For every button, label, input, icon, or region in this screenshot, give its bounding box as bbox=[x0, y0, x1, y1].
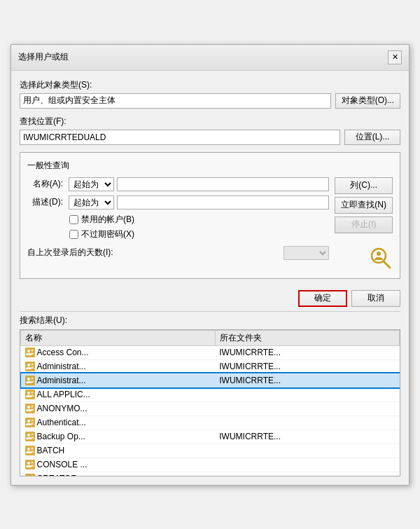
result-name-cell: BATCH bbox=[21, 444, 216, 458]
user-group-icon bbox=[25, 460, 35, 469]
name-condition-select[interactable]: 起始为 bbox=[69, 177, 114, 191]
user-group-icon bbox=[25, 390, 35, 399]
name-query-label: 名称(A): bbox=[27, 178, 66, 190]
location-button[interactable]: 位置(L)... bbox=[344, 130, 400, 145]
table-row[interactable]: CREATOR ... bbox=[21, 472, 400, 476]
result-name-text: Administrat... bbox=[37, 376, 86, 385]
svg-rect-15 bbox=[25, 404, 35, 413]
location-row: 查找位置(F): 位置(L)... bbox=[20, 116, 400, 145]
object-type-button[interactable]: 对象类型(O)... bbox=[335, 93, 400, 109]
svg-point-22 bbox=[27, 434, 30, 437]
svg-rect-12 bbox=[25, 390, 35, 399]
days-select[interactable] bbox=[284, 246, 329, 260]
table-row[interactable]: Authenticat... bbox=[21, 415, 400, 430]
svg-point-5 bbox=[31, 350, 33, 352]
location-input[interactable] bbox=[20, 130, 340, 145]
non-expiring-pwd-label: 不过期密码(X) bbox=[81, 228, 134, 240]
result-name-cell: CONSOLE ... bbox=[21, 458, 216, 472]
results-header-row: 名称 所在文件夹 bbox=[21, 330, 400, 345]
result-name-cell: Authenticat... bbox=[21, 415, 216, 430]
result-folder-cell: IWUMICRRTE... bbox=[215, 359, 399, 373]
general-query-title: 一般性查询 bbox=[27, 160, 393, 172]
columns-button[interactable]: 列(C)... bbox=[335, 177, 393, 194]
result-name-cell: ALL APPLIC... bbox=[21, 387, 216, 401]
svg-rect-3 bbox=[25, 348, 35, 357]
result-folder-cell bbox=[215, 472, 399, 476]
object-type-row: 选择此对象类型(S): 对象类型(O)... bbox=[20, 79, 400, 109]
table-row[interactable]: BATCH bbox=[21, 444, 400, 458]
svg-point-8 bbox=[31, 364, 33, 366]
query-main-area: 名称(A): 起始为 描述(D): 起始为 bbox=[27, 177, 393, 271]
svg-point-29 bbox=[31, 462, 33, 464]
svg-point-7 bbox=[27, 364, 30, 366]
desc-query-label: 描述(D): bbox=[27, 196, 66, 208]
non-expiring-pwd-row: 不过期密码(X) bbox=[69, 228, 329, 240]
result-name-text: Authenticat... bbox=[37, 418, 86, 427]
find-now-button[interactable]: 立即查找(N) bbox=[335, 197, 393, 214]
svg-point-4 bbox=[27, 350, 30, 352]
result-folder-cell bbox=[215, 387, 399, 401]
result-folder-cell bbox=[215, 444, 399, 458]
svg-rect-27 bbox=[25, 460, 35, 469]
table-row[interactable]: ANONYMO... bbox=[21, 401, 400, 415]
days-since-login-row: 自上次登录后的天数(I): bbox=[27, 246, 329, 260]
search-icon-area bbox=[335, 236, 393, 271]
table-row[interactable]: Access Con...IWUMICRRTE... bbox=[21, 345, 400, 359]
cancel-button[interactable]: 取消 bbox=[351, 290, 400, 307]
table-row[interactable]: Administrat...IWUMICRRTE... bbox=[21, 373, 400, 387]
result-name-cell: Administrat... bbox=[21, 373, 216, 387]
svg-point-2 bbox=[377, 252, 381, 256]
svg-rect-21 bbox=[25, 432, 35, 441]
user-group-icon bbox=[25, 376, 35, 385]
user-group-icon bbox=[25, 474, 35, 476]
desc-query-input[interactable] bbox=[117, 195, 329, 209]
result-folder-cell bbox=[215, 415, 399, 430]
result-name-text: Access Con... bbox=[37, 348, 89, 357]
close-button[interactable]: ✕ bbox=[388, 50, 402, 64]
result-folder-cell: IWUMICRRTE... bbox=[215, 430, 399, 444]
table-row[interactable]: CONSOLE ... bbox=[21, 458, 400, 472]
table-row[interactable]: ALL APPLIC... bbox=[21, 387, 400, 401]
ok-button[interactable]: 确定 bbox=[298, 290, 347, 307]
disabled-accounts-label: 禁用的帐户(B) bbox=[81, 214, 134, 226]
result-name-cell: Backup Op... bbox=[21, 430, 216, 444]
result-folder-cell bbox=[215, 458, 399, 472]
title-bar: 选择用户或组 ✕ bbox=[11, 45, 409, 71]
svg-point-20 bbox=[31, 420, 33, 422]
user-group-icon bbox=[25, 446, 35, 455]
result-folder-cell: IWUMICRRTE... bbox=[215, 345, 399, 359]
results-label: 搜索结果(U): bbox=[20, 315, 400, 327]
results-table: 名称 所在文件夹 Access Con...IWUMICRRTE... Admi… bbox=[20, 330, 400, 476]
location-label: 查找位置(F): bbox=[20, 116, 400, 128]
result-name-text: Backup Op... bbox=[37, 432, 85, 441]
desc-condition-select[interactable]: 起始为 bbox=[69, 195, 114, 209]
result-name-text: Administrat... bbox=[37, 362, 86, 371]
user-group-icon bbox=[25, 404, 35, 413]
disabled-accounts-row: 禁用的帐户(B) bbox=[69, 214, 329, 226]
result-name-text: ALL APPLIC... bbox=[37, 390, 90, 399]
svg-line-1 bbox=[384, 261, 390, 268]
table-row[interactable]: Administrat...IWUMICRRTE... bbox=[21, 359, 400, 373]
magnify-icon bbox=[368, 246, 393, 271]
col-header-folder: 所在文件夹 bbox=[215, 330, 399, 345]
result-name-text: CREATOR ... bbox=[37, 474, 87, 476]
table-row[interactable]: Backup Op...IWUMICRRTE... bbox=[21, 430, 400, 444]
object-type-input[interactable] bbox=[20, 93, 331, 109]
results-table-container[interactable]: 名称 所在文件夹 Access Con...IWUMICRRTE... Admi… bbox=[20, 329, 400, 476]
stop-button[interactable]: 停止(I) bbox=[335, 217, 393, 233]
days-label: 自上次登录后的天数(I): bbox=[27, 247, 281, 259]
result-name-text: BATCH bbox=[37, 446, 65, 455]
result-name-cell: ANONYMO... bbox=[21, 401, 216, 415]
non-expiring-pwd-checkbox[interactable] bbox=[69, 230, 78, 239]
svg-point-23 bbox=[31, 434, 33, 436]
result-name-text: CONSOLE ... bbox=[37, 460, 88, 469]
svg-rect-18 bbox=[25, 418, 35, 427]
svg-point-14 bbox=[31, 392, 33, 394]
results-section: 搜索结果(U): 名称 所在文件夹 Access Con...IWUMICRRT… bbox=[20, 311, 400, 476]
name-query-input[interactable] bbox=[117, 177, 329, 191]
svg-point-32 bbox=[31, 476, 33, 476]
result-folder-cell: IWUMICRRTE... bbox=[215, 373, 399, 387]
svg-point-25 bbox=[27, 448, 30, 451]
disabled-accounts-checkbox[interactable] bbox=[69, 215, 78, 224]
dialog-title: 选择用户或组 bbox=[18, 51, 69, 63]
